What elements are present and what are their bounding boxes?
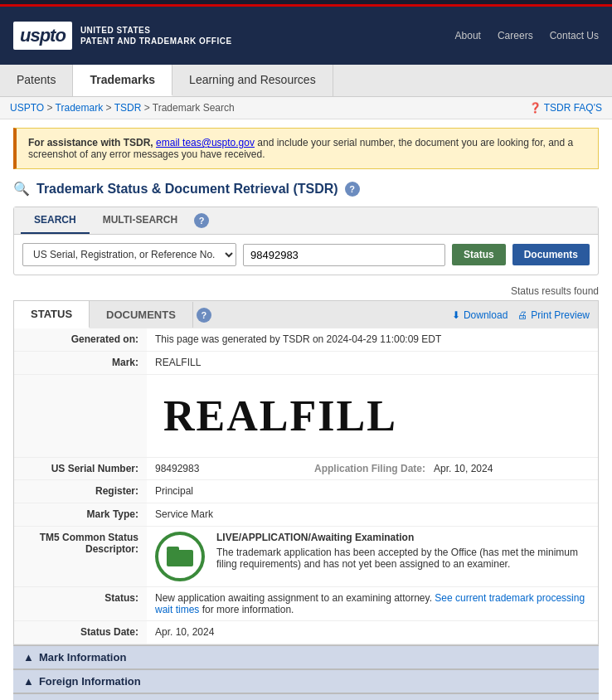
generated-on-value: This page was generated by TSDR on 2024-… xyxy=(147,328,598,351)
filing-part: Application Filing Date: Apr. 10, 2024 xyxy=(306,458,598,479)
mark-display: REALFILL xyxy=(147,375,414,457)
breadcrumb-sep3: > xyxy=(144,102,153,114)
breadcrumb-current: Trademark Search xyxy=(153,102,235,114)
mark-row: Mark: REALFILL xyxy=(14,352,598,375)
breadcrumb: USPTO > Trademark > TSDR > Trademark Sea… xyxy=(0,97,612,119)
mark-display-row: REALFILL xyxy=(14,375,598,458)
results-help-icon[interactable]: ? xyxy=(197,308,211,323)
tab-documents[interactable]: DOCUMENTS xyxy=(90,302,193,328)
breadcrumb-links: USPTO > Trademark > TSDR > Trademark Sea… xyxy=(10,102,235,114)
section-foreign-info[interactable]: ▲ Foreign Information xyxy=(13,669,599,693)
generated-on-label: Generated on: xyxy=(14,328,147,351)
svg-rect-1 xyxy=(167,550,193,566)
breadcrumb-tsdr[interactable]: TSDR xyxy=(114,102,142,114)
download-link[interactable]: ⬇ Download xyxy=(452,309,508,321)
filing-date-value: Apr. 10, 2024 xyxy=(434,463,493,474)
tab-status[interactable]: STATUS xyxy=(14,301,90,328)
breadcrumb-sep2: > xyxy=(106,102,114,114)
tsdr-title: Trademark Status & Document Retrieval (T… xyxy=(36,182,338,197)
search-help-icon[interactable]: ? xyxy=(194,213,209,228)
nav-bar: Patents Trademarks Learning and Resource… xyxy=(0,65,612,97)
alert-box: For assistance with TSDR, email teas@usp… xyxy=(13,128,599,169)
register-row: Register: Principal xyxy=(14,480,598,503)
documents-button[interactable]: Documents xyxy=(512,244,590,265)
nav-trademarks[interactable]: Trademarks xyxy=(73,65,172,96)
logo-box: uspto xyxy=(13,22,72,50)
about-link[interactable]: About xyxy=(455,30,481,41)
status-results-text: Status results found xyxy=(511,285,599,297)
tm5-status-icon xyxy=(155,532,205,581)
logo-subtitle: UNITED STATES PATENT AND TRADEMARK OFFIC… xyxy=(80,25,232,46)
logo-area: uspto UNITED STATES PATENT AND TRADEMARK… xyxy=(13,22,232,50)
search-select[interactable]: US Serial, Registration, or Reference No… xyxy=(22,243,236,266)
mark-type-row: Mark Type: Service Mark xyxy=(14,503,598,527)
alert-strong: For assistance with TSDR, xyxy=(28,137,153,148)
tm5-status-desc: The trademark application has been accep… xyxy=(216,547,590,570)
tm5-text: LIVE/APPLICATION/Awaiting Examination Th… xyxy=(216,532,590,570)
print-link[interactable]: 🖨 Print Preview xyxy=(517,309,590,321)
search-tabs: SEARCH MULTI-SEARCH ? xyxy=(14,207,598,235)
section-mark-label: Mark Information xyxy=(39,651,126,664)
mark-label: Mark: xyxy=(14,352,147,374)
mark-type-value: Service Mark xyxy=(147,503,598,526)
tm5-status-title: LIVE/APPLICATION/Awaiting Examination xyxy=(216,532,590,543)
question-icon: ❓ xyxy=(529,102,542,114)
data-table: Generated on: This page was generated by… xyxy=(13,328,599,645)
register-label: Register: xyxy=(14,480,147,503)
serial-number-value: 98492983 xyxy=(147,458,306,479)
logo-subtitle-line1: UNITED STATES xyxy=(80,25,232,36)
tsdr-title-row: 🔍 Trademark Status & Document Retrieval … xyxy=(13,181,599,197)
status-link-suffix: for more information. xyxy=(202,604,294,615)
serial-number-label: US Serial Number: xyxy=(14,458,147,479)
mark-value: REALFILL xyxy=(147,352,598,374)
nav-patents[interactable]: Patents xyxy=(0,65,73,96)
logo-text: uspto xyxy=(20,25,66,46)
contact-us-link[interactable]: Contact Us xyxy=(550,30,599,41)
mark-type-label: Mark Type: xyxy=(14,503,147,526)
status-date-row: Status Date: Apr. 10, 2024 xyxy=(14,621,598,644)
section-mark-triangle: ▲ xyxy=(23,651,34,664)
status-row: Status: New application awaiting assignm… xyxy=(14,587,598,621)
nav-learning[interactable]: Learning and Resources xyxy=(172,65,333,96)
status-button[interactable]: Status xyxy=(452,244,506,265)
serial-filing-row: US Serial Number: 98492983 Application F… xyxy=(14,458,598,480)
status-results-row: Status results found xyxy=(13,285,599,297)
breadcrumb-uspto[interactable]: USPTO xyxy=(10,102,44,114)
tab-search[interactable]: SEARCH xyxy=(21,207,90,234)
print-icon: 🖨 xyxy=(517,309,527,321)
status-label: Status: xyxy=(14,587,147,620)
breadcrumb-trademark[interactable]: Trademark xyxy=(56,102,104,114)
register-value: Principal xyxy=(147,480,598,503)
status-date-label: Status Date: xyxy=(14,621,147,644)
main-content: For assistance with TSDR, email teas@usp… xyxy=(0,119,612,700)
generated-on-row: Generated on: This page was generated by… xyxy=(14,328,598,352)
alert-email-link[interactable]: email teas@uspto.gov xyxy=(156,137,255,148)
result-tabs: STATUS DOCUMENTS ? ⬇ Download 🖨 Print Pr… xyxy=(13,300,599,328)
tab-multi-search[interactable]: MULTI-SEARCH xyxy=(90,207,191,234)
filing-date-label: Application Filing Date: xyxy=(306,458,434,479)
section-mark-info[interactable]: ▲ Mark Information xyxy=(13,645,599,669)
tsdr-help-icon[interactable]: ? xyxy=(345,182,360,197)
serial-part: US Serial Number: 98492983 xyxy=(14,458,306,479)
mark-display-label xyxy=(14,375,147,457)
svg-rect-2 xyxy=(167,547,179,552)
careers-link[interactable]: Careers xyxy=(498,30,533,41)
tsdr-faq-link[interactable]: ❓ TSDR FAQ'S xyxy=(529,102,602,114)
search-container: SEARCH MULTI-SEARCH ? US Serial, Registr… xyxy=(13,207,599,275)
tm5-content: LIVE/APPLICATION/Awaiting Examination Th… xyxy=(147,527,598,586)
result-tab-actions: ⬇ Download 🖨 Print Preview xyxy=(444,309,598,321)
section-mark-info-left: ▲ Mark Information xyxy=(23,651,126,664)
breadcrumb-sep1: > xyxy=(46,102,55,114)
logo-subtitle-line2: PATENT AND TRADEMARK OFFICE xyxy=(80,36,232,46)
header: uspto UNITED STATES PATENT AND TRADEMARK… xyxy=(0,7,612,65)
header-links: About Careers Contact Us xyxy=(455,30,599,41)
section-foreign-triangle: ▲ xyxy=(23,675,34,688)
status-value: New application awaiting assignment to a… xyxy=(147,587,598,620)
search-glass-icon: 🔍 xyxy=(13,181,30,197)
search-input[interactable] xyxy=(243,244,445,266)
section-goods-services[interactable]: ▲ Goods and Services xyxy=(13,693,599,700)
tm5-label: TM5 Common StatusDescriptor: xyxy=(14,527,147,586)
status-date-value: Apr. 10, 2024 xyxy=(147,621,598,644)
search-input-row: US Serial, Registration, or Reference No… xyxy=(14,235,598,275)
status-text: New application awaiting assignment to a… xyxy=(155,592,432,604)
